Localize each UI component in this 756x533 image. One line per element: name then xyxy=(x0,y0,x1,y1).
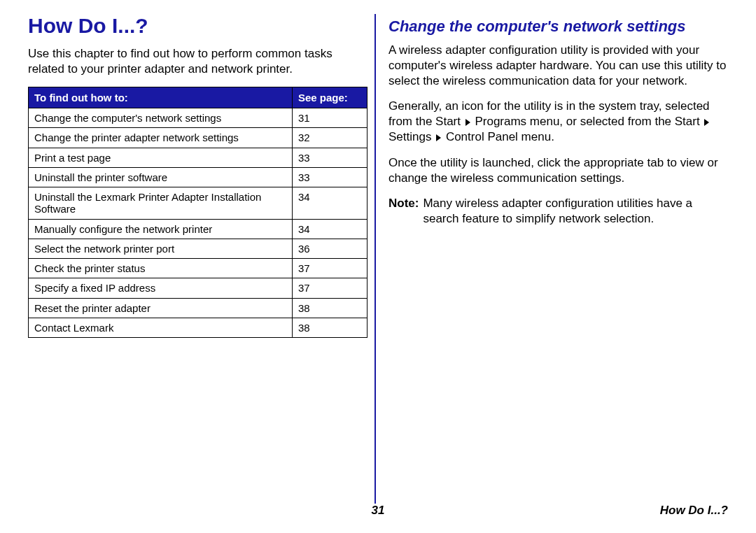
table-cell-topic: Contact Lexmark xyxy=(29,318,293,337)
p2-part-b: Programs menu, or selected from the Star… xyxy=(472,115,704,128)
table-row: Manually configure the network printer34 xyxy=(29,219,368,239)
table-cell-topic: Change the printer adapter network setti… xyxy=(29,128,293,148)
table-cell-page: 34 xyxy=(293,219,368,239)
table-header-topic: To find out how to: xyxy=(29,87,293,108)
table-row: Select the network printer port36 xyxy=(29,239,368,258)
left-column: How Do I...? Use this chapter to find ou… xyxy=(21,14,376,504)
table-row: Specify a fixed IP address37 xyxy=(29,278,368,298)
p2-part-c: Settings xyxy=(388,130,435,143)
table-row: Check the printer status37 xyxy=(29,259,368,278)
table-cell-topic: Manually configure the network printer xyxy=(29,219,293,239)
section-title: Change the computer's network settings xyxy=(388,17,728,36)
note-label: Note: xyxy=(388,196,423,227)
arrow-icon xyxy=(704,119,709,126)
table-cell-page: 34 xyxy=(293,187,368,220)
table-row: Change the printer adapter network setti… xyxy=(29,128,368,148)
table-cell-page: 38 xyxy=(293,318,368,337)
note-block: Note: Many wireless adapter configuratio… xyxy=(388,196,728,227)
footer-section-title: How Do I...? xyxy=(660,504,728,518)
table-cell-topic: Uninstall the Lexmark Printer Adapter In… xyxy=(29,187,293,220)
table-cell-topic: Reset the printer adapter xyxy=(29,298,293,318)
footer-page-number: 31 xyxy=(372,504,385,518)
table-row: Uninstall the Lexmark Printer Adapter In… xyxy=(29,187,368,220)
table-cell-topic: Uninstall the printer software xyxy=(29,167,293,187)
table-row: Uninstall the printer software33 xyxy=(29,167,368,187)
page-container: How Do I...? Use this chapter to find ou… xyxy=(0,0,756,504)
table-cell-topic: Print a test page xyxy=(29,148,293,167)
arrow-icon xyxy=(436,134,441,141)
footer: 31 How Do I...? xyxy=(0,504,756,518)
table-cell-page: 36 xyxy=(293,239,368,258)
paragraph-2: Generally, an icon for the utility is in… xyxy=(388,99,728,145)
table-row: Change the computer's network settings31 xyxy=(29,108,368,128)
table-cell-topic: Change the computer's network settings xyxy=(29,108,293,128)
table-header-page: See page: xyxy=(293,87,368,108)
p2-part-d: Control Panel menu. xyxy=(442,130,554,143)
table-cell-page: 33 xyxy=(293,167,368,187)
table-cell-page: 31 xyxy=(293,108,368,128)
table-row: Reset the printer adapter38 xyxy=(29,298,368,318)
table-row: Contact Lexmark38 xyxy=(29,318,368,337)
table-cell-topic: Specify a fixed IP address xyxy=(29,278,293,298)
paragraph-3: Once the utility is launched, click the … xyxy=(388,155,728,186)
main-title: How Do I...? xyxy=(28,14,368,38)
table-cell-page: 32 xyxy=(293,128,368,148)
right-column: Change the computer's network settings A… xyxy=(376,14,735,504)
table-cell-page: 38 xyxy=(293,298,368,318)
intro-paragraph: Use this chapter to find out how to perf… xyxy=(28,46,368,77)
arrow-icon xyxy=(465,119,470,126)
index-table: To find out how to: See page: Change the… xyxy=(28,87,368,338)
table-row: Print a test page33 xyxy=(29,148,368,167)
paragraph-1: A wireless adapter configuration utility… xyxy=(388,43,728,89)
table-cell-topic: Select the network printer port xyxy=(29,239,293,258)
note-text: Many wireless adapter configuration util… xyxy=(423,196,728,227)
table-cell-page: 37 xyxy=(293,259,368,278)
table-cell-page: 33 xyxy=(293,148,368,167)
table-cell-page: 37 xyxy=(293,278,368,298)
table-cell-topic: Check the printer status xyxy=(29,259,293,278)
